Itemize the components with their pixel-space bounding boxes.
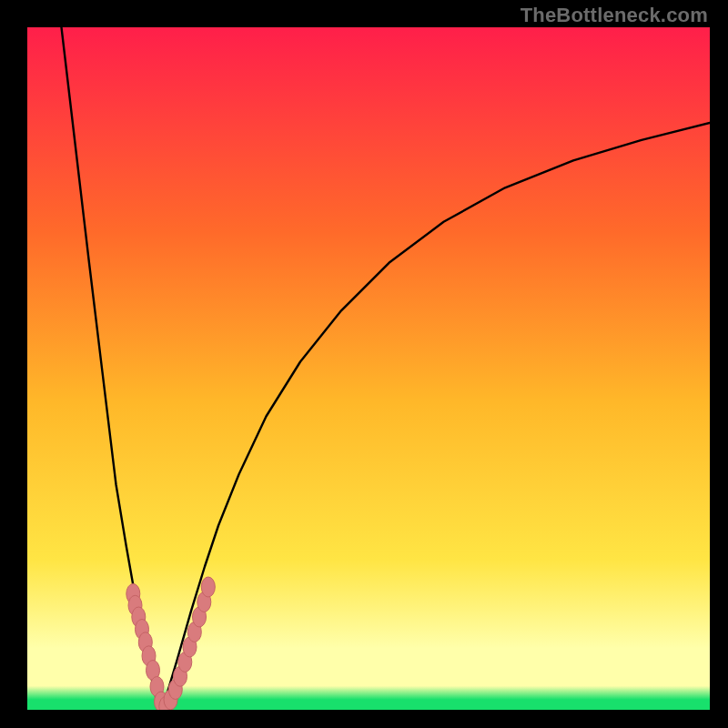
curve-layer xyxy=(27,27,710,710)
watermark-text: TheBottleneck.com xyxy=(521,4,708,27)
plot-area xyxy=(27,27,710,710)
curve-right-branch xyxy=(160,123,711,709)
marker-group xyxy=(126,577,216,710)
curve-left-branch xyxy=(62,27,160,709)
chart-frame: TheBottleneck.com xyxy=(0,0,728,728)
marker-point xyxy=(201,577,215,597)
